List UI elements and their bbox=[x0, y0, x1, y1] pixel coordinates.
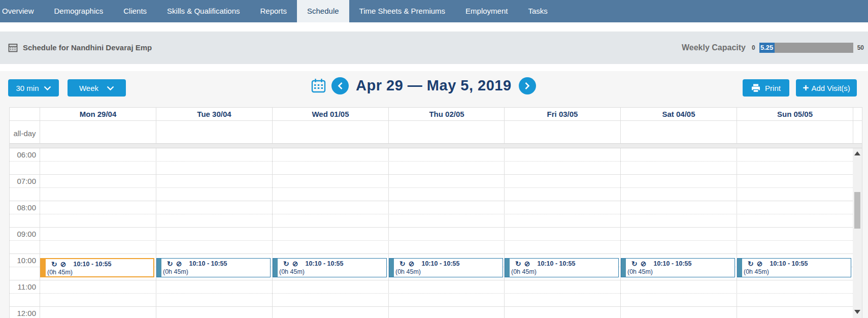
all-day-cell[interactable] bbox=[272, 121, 388, 143]
event-content: ↻⊘10:10 - 10:55(0h 45m) bbox=[278, 259, 386, 276]
tab-reports[interactable]: Reports bbox=[250, 0, 297, 22]
recurrence-sync-icon: ↻ bbox=[167, 260, 173, 267]
scrollbar-down-arrow[interactable] bbox=[854, 310, 860, 314]
chevron-left-icon bbox=[338, 82, 343, 90]
visit-event-fri-03-05[interactable]: ↻⊘10:10 - 10:55(0h 45m) bbox=[505, 258, 619, 277]
tab-schedule[interactable]: Schedule bbox=[297, 0, 349, 22]
all-day-row: all-day bbox=[10, 121, 862, 143]
visit-event-tue-30-04[interactable]: ↻⊘10:10 - 10:55(0h 45m) bbox=[156, 258, 271, 277]
page-title: Schedule for Nandhini Devaraj Emp bbox=[23, 43, 152, 52]
recurrence-sync-icon: ↻ bbox=[399, 260, 406, 267]
tab-tasks[interactable]: Tasks bbox=[518, 0, 557, 22]
event-color-bar bbox=[273, 259, 278, 277]
time-slot-row bbox=[10, 148, 862, 162]
all-day-cell[interactable] bbox=[620, 121, 737, 143]
visit-event-sat-04-05[interactable]: ↻⊘10:10 - 10:55(0h 45m) bbox=[621, 258, 735, 277]
next-week-button[interactable] bbox=[519, 77, 536, 94]
tab-time-sheets-premiums[interactable]: Time Sheets & Premiums bbox=[349, 0, 456, 22]
visit-event-sun-05-05[interactable]: ↻⊘10:10 - 10:55(0h 45m) bbox=[737, 258, 851, 277]
tab-employment[interactable]: Employment bbox=[455, 0, 518, 22]
event-duration: (0h 45m) bbox=[279, 268, 386, 276]
time-slot-row bbox=[10, 307, 862, 318]
event-color-bar bbox=[505, 259, 510, 277]
chevron-right-icon bbox=[524, 82, 530, 90]
vertical-scrollbar[interactable] bbox=[853, 148, 862, 318]
tab-clients[interactable]: Clients bbox=[113, 0, 157, 22]
all-day-cell[interactable] bbox=[40, 121, 156, 143]
page-title-wrap: Schedule for Nandhini Devaraj Emp bbox=[8, 43, 152, 52]
day-header-thu-02-05: Thu 02/05 bbox=[388, 108, 505, 120]
interval-dropdown[interactable]: 30 min bbox=[8, 79, 59, 97]
recurrence-sync-icon: ↻ bbox=[748, 260, 754, 267]
visit-event-thu-02-05[interactable]: ↻⊘10:10 - 10:55(0h 45m) bbox=[389, 258, 503, 277]
event-color-bar bbox=[389, 259, 394, 277]
event-duration: (0h 45m) bbox=[163, 268, 270, 276]
add-visits-button[interactable]: + Add Visit(s) bbox=[796, 79, 857, 97]
column-border bbox=[504, 148, 505, 318]
event-content: ↻⊘10:10 - 10:55(0h 45m) bbox=[394, 259, 503, 276]
add-visits-button-label: Add Visit(s) bbox=[811, 84, 850, 92]
event-time-range: 10:10 - 10:55 bbox=[305, 260, 343, 267]
event-duration: (0h 45m) bbox=[395, 268, 503, 276]
event-duration: (0h 45m) bbox=[627, 268, 735, 276]
recurrence-sync-icon: ↻ bbox=[283, 260, 289, 267]
event-duration: (0h 45m) bbox=[511, 268, 618, 276]
chevron-down-icon bbox=[44, 86, 51, 90]
tab-demographics[interactable]: Demographics bbox=[44, 0, 114, 22]
weekly-capacity-min: 0 bbox=[752, 44, 755, 51]
visit-event-wed-01-05[interactable]: ↻⊘10:10 - 10:55(0h 45m) bbox=[273, 258, 387, 277]
event-content: ↻⊘10:10 - 10:55(0h 45m) bbox=[742, 259, 851, 276]
day-header-row: Mon 29/04Tue 30/04Wed 01/05Thu 02/05Fri … bbox=[10, 108, 862, 121]
time-label-0900: 09:00 bbox=[10, 230, 36, 238]
grid-divider bbox=[10, 143, 862, 148]
weekly-capacity: Weekly Capacity 0 5.25 50 bbox=[682, 43, 864, 53]
event-color-bar bbox=[41, 259, 46, 276]
slashed-circle-icon: ⊘ bbox=[60, 261, 66, 268]
scrollbar-up-arrow[interactable] bbox=[854, 151, 860, 155]
weekly-capacity-max: 50 bbox=[857, 44, 864, 51]
day-header-mon-29-04: Mon 29/04 bbox=[40, 108, 156, 120]
time-slot-row bbox=[10, 241, 862, 254]
previous-week-button[interactable] bbox=[331, 77, 349, 94]
print-button[interactable]: Print bbox=[743, 79, 789, 97]
print-button-label: Print bbox=[765, 84, 781, 92]
column-border bbox=[272, 148, 273, 318]
datepicker-calendar-icon[interactable] bbox=[311, 78, 326, 93]
scrollbar-thumb[interactable] bbox=[854, 192, 860, 229]
all-day-cell[interactable] bbox=[388, 121, 505, 143]
time-grid: 06:0007:0008:0009:0010:0011:0012:00↻⊘10:… bbox=[10, 148, 862, 318]
tab-overview[interactable]: Overview bbox=[0, 0, 44, 22]
event-content: ↻⊘10:10 - 10:55(0h 45m) bbox=[161, 259, 270, 276]
event-time-range: 10:10 - 10:55 bbox=[770, 260, 808, 267]
time-slot-row bbox=[10, 175, 862, 188]
day-header-tue-30-04: Tue 30/04 bbox=[156, 108, 272, 120]
time-slot-row bbox=[10, 294, 862, 307]
all-day-cell[interactable] bbox=[156, 121, 272, 143]
all-day-cell[interactable] bbox=[504, 121, 620, 143]
day-header-sun-05-05: Sun 05/05 bbox=[737, 108, 853, 120]
time-slot-row bbox=[10, 228, 862, 241]
column-border bbox=[156, 148, 156, 318]
column-border bbox=[620, 148, 621, 318]
event-duration: (0h 45m) bbox=[47, 269, 153, 276]
event-color-bar bbox=[621, 259, 626, 277]
tab-skills-qualifications[interactable]: Skills & Qualifications bbox=[157, 0, 250, 22]
header-filler-cell bbox=[853, 108, 862, 120]
column-border bbox=[40, 148, 40, 318]
weekly-capacity-bar: 5.25 bbox=[759, 43, 853, 53]
slashed-circle-icon: ⊘ bbox=[757, 260, 763, 267]
visit-event-mon-29-04[interactable]: ↻⊘10:10 - 10:55(0h 45m) bbox=[40, 258, 154, 277]
view-dropdown[interactable]: Week bbox=[68, 79, 126, 97]
weekly-capacity-label: Weekly Capacity bbox=[682, 43, 746, 52]
time-label-1200: 12:00 bbox=[10, 309, 36, 317]
slashed-circle-icon: ⊘ bbox=[409, 260, 415, 267]
time-slot-row bbox=[10, 162, 862, 175]
event-duration: (0h 45m) bbox=[744, 268, 851, 276]
time-label-0700: 07:00 bbox=[10, 177, 36, 185]
recurrence-sync-icon: ↻ bbox=[515, 260, 521, 267]
interval-dropdown-label: 30 min bbox=[16, 84, 39, 92]
all-day-cell[interactable] bbox=[737, 121, 853, 143]
view-dropdown-label: Week bbox=[79, 84, 98, 92]
event-content: ↻⊘10:10 - 10:55(0h 45m) bbox=[46, 259, 153, 276]
slashed-circle-icon: ⊘ bbox=[641, 260, 647, 267]
